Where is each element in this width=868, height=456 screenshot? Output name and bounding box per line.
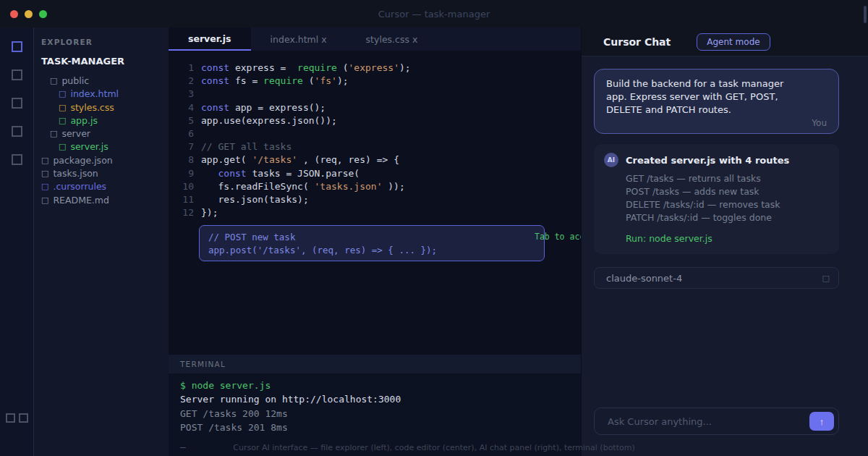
- title-bar: Cursor — task-manager: [0, 0, 868, 28]
- activity-bar-icons: [12, 41, 22, 182]
- arrow-up-icon: ↑: [820, 416, 825, 427]
- file-icon: □: [41, 180, 48, 193]
- scrollbar-thumb[interactable]: [864, 6, 867, 23]
- user-message-line: DELETE and PATCH routes.: [606, 104, 827, 117]
- line-number: 7: [169, 140, 194, 153]
- file-item-README-md[interactable]: □README.md: [41, 194, 169, 207]
- line-number: 10: [169, 180, 194, 193]
- bottom-icon-1[interactable]: [6, 413, 15, 423]
- tab-to-accept-hint: Tab to accept: [535, 232, 581, 242]
- chat-spacer: [594, 289, 839, 408]
- chat-input[interactable]: [597, 416, 809, 427]
- ai-message-title: Created server.js with 4 routes: [626, 155, 789, 166]
- file-item-server-js[interactable]: □server.js: [41, 140, 169, 153]
- close-window-icon[interactable]: [10, 10, 18, 18]
- file-label: index.html: [70, 88, 119, 101]
- file-label: server.js: [70, 140, 108, 153]
- file-icon: □: [41, 154, 48, 167]
- model-name: claude-sonnet-4: [606, 273, 682, 284]
- line-number: 5: [169, 114, 194, 127]
- file-item-public[interactable]: □public: [41, 75, 169, 88]
- chat-header: Cursor Chat Agent mode: [582, 28, 868, 56]
- file-label: tasks.json: [53, 167, 98, 180]
- file-label: .cursorrules: [53, 180, 106, 193]
- traffic-lights: [0, 10, 47, 18]
- line-number: 4: [169, 101, 194, 114]
- line-number: 12: [169, 206, 194, 219]
- file-icon: □: [50, 75, 57, 88]
- code-line: 10 fs.readFileSync( 'tasks.json' ));: [169, 180, 581, 193]
- ai-route-line: GET /tasks — returns all tasks: [626, 172, 829, 185]
- ai-route-line: PATCH /tasks/:id — toggles done: [626, 211, 829, 224]
- main-area: EXPLORER TASK-MANAGER □public□index.html…: [0, 28, 868, 456]
- code-text: fs.readFileSync( 'tasks.json' ));: [201, 180, 405, 193]
- file-item-app-js[interactable]: □app.js: [41, 114, 169, 127]
- file-item-package-json[interactable]: □package.json: [41, 154, 169, 167]
- activity-icon-5[interactable]: [12, 154, 22, 165]
- project-name: TASK-MANAGER: [41, 56, 169, 67]
- code-line: 2const fs = require ('fs');: [169, 75, 581, 88]
- file-item-tasks-json[interactable]: □tasks.json: [41, 167, 169, 180]
- line-number: 11: [169, 193, 194, 206]
- tab-server-js[interactable]: server.js: [169, 28, 251, 51]
- user-message-text: Build the backend for a task managerapp.…: [606, 77, 827, 117]
- editor-column: server.jsindex.html xstyles.css x 1const…: [169, 28, 581, 456]
- tab-styles-css[interactable]: styles.css x: [346, 28, 438, 51]
- terminal-header: TERMINAL: [169, 355, 581, 373]
- code-text: const fs = require ('fs');: [201, 75, 349, 88]
- file-item-server[interactable]: □server: [41, 127, 169, 140]
- activity-icon-3[interactable]: [12, 98, 22, 109]
- ai-message-header: AI Created server.js with 4 routes: [604, 153, 829, 167]
- maximize-window-icon[interactable]: [39, 10, 47, 18]
- code-text: });: [201, 206, 218, 219]
- file-item-styles-css[interactable]: □styles.css: [41, 101, 169, 114]
- window-title: Cursor — task-manager: [0, 9, 868, 20]
- suggestion-code: app.post('/tasks', (req, res) => { ... }…: [208, 244, 535, 257]
- chat-body: Build the backend for a task managerapp.…: [582, 56, 868, 456]
- model-selector[interactable]: claude-sonnet-4 □: [594, 267, 839, 289]
- file-explorer: EXPLORER TASK-MANAGER □public□index.html…: [34, 28, 169, 456]
- file-icon: □: [41, 194, 48, 207]
- code-text: app.get( '/tasks' , (req, res) => {: [201, 153, 399, 166]
- terminal-lines: $ node server.jsServer running on http:/…: [180, 379, 581, 435]
- file-icon: □: [59, 101, 66, 114]
- ai-route-line: DELETE /tasks/:id — removes task: [626, 198, 829, 211]
- bottom-icon-2[interactable]: [19, 413, 28, 423]
- activity-icon-1[interactable]: [12, 41, 22, 52]
- agent-mode-badge[interactable]: Agent mode: [697, 33, 770, 51]
- status-caption: Cursor AI interface — file explorer (lef…: [0, 443, 868, 452]
- tab-index-html[interactable]: index.html x: [251, 28, 346, 51]
- activity-bar-bottom: [6, 413, 28, 423]
- file-item-cursorrules[interactable]: □.cursorrules: [41, 180, 169, 193]
- code-line: 6: [169, 127, 581, 140]
- send-button[interactable]: ↑: [809, 412, 834, 431]
- code-line: 9 const tasks = JSON.parse(: [169, 167, 581, 180]
- code-text: // GET all tasks: [201, 140, 292, 153]
- line-number: 3: [169, 88, 194, 101]
- minimize-window-icon[interactable]: [25, 10, 33, 18]
- chat-title: Cursor Chat: [603, 36, 671, 48]
- activity-icon-4[interactable]: [12, 126, 22, 137]
- file-icon: □: [59, 114, 66, 127]
- code-line: 4const app = express();: [169, 101, 581, 114]
- activity-icon-2[interactable]: [12, 69, 22, 80]
- file-item-index-html[interactable]: □index.html: [41, 88, 169, 101]
- cursor-window: Cursor — task-manager EXPLORER TASK-MANA…: [0, 0, 868, 456]
- file-label: package.json: [53, 154, 112, 167]
- code-line: 3: [169, 88, 581, 101]
- ai-route-line: POST /tasks — adds new task: [626, 185, 829, 198]
- editor-tab-bar: server.jsindex.html xstyles.css x: [169, 28, 581, 51]
- code-line: 5app.use(express.json());: [169, 114, 581, 127]
- file-icon: □: [41, 167, 48, 180]
- explorer-header: EXPLORER: [41, 38, 169, 46]
- terminal-line: GET /tasks 200 12ms: [180, 407, 581, 421]
- code-editor[interactable]: 1const express = require ('express');2co…: [169, 51, 581, 355]
- user-message: Build the backend for a task managerapp.…: [594, 69, 839, 134]
- code-text: const app = express();: [201, 101, 326, 114]
- file-label: server: [61, 127, 90, 140]
- ai-avatar: AI: [604, 153, 618, 167]
- file-tree: □public□index.html□styles.css□app.js□ser…: [41, 75, 169, 207]
- code-text: const tasks = JSON.parse(: [201, 167, 359, 180]
- ai-run-command[interactable]: Run: node server.js: [626, 233, 829, 244]
- file-icon: □: [59, 88, 66, 101]
